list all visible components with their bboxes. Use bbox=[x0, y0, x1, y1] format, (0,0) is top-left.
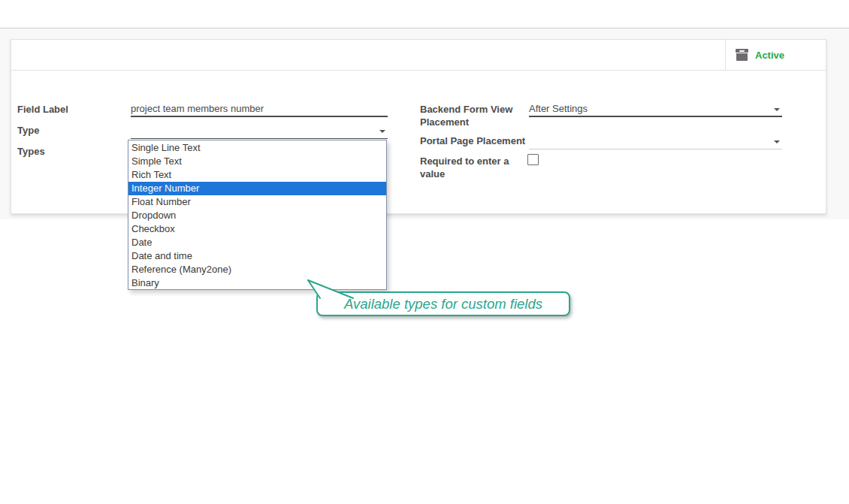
dropdown-option[interactable]: Date bbox=[128, 236, 386, 249]
tooltip-tail-pointer bbox=[302, 279, 356, 300]
backend-placement-select[interactable]: After Settings bbox=[529, 101, 782, 117]
archive-box-icon bbox=[736, 49, 748, 61]
dropdown-option-selected[interactable]: Integer Number bbox=[128, 182, 386, 195]
chevron-down-icon bbox=[774, 108, 780, 111]
chevron-down-icon bbox=[379, 130, 385, 133]
dropdown-option[interactable]: Rich Text bbox=[128, 168, 386, 182]
type-label: Type bbox=[17, 124, 115, 137]
annotation-tooltip-text: Available types for custom fields bbox=[344, 296, 542, 312]
active-status-label: Active bbox=[755, 50, 784, 61]
form-card-header: Active bbox=[11, 40, 826, 71]
field-label-value: project team members number bbox=[131, 103, 264, 114]
field-label-label: Field Label bbox=[17, 103, 115, 116]
portal-placement-select[interactable] bbox=[529, 134, 782, 149]
types-label: Types bbox=[17, 145, 115, 158]
dropdown-option[interactable]: Reference (Many2one) bbox=[128, 263, 386, 276]
dropdown-option[interactable]: Single Line Text bbox=[128, 141, 386, 155]
field-label-input[interactable]: project team members number bbox=[131, 101, 388, 117]
type-select[interactable] bbox=[131, 123, 388, 139]
dropdown-option[interactable]: Dropdown bbox=[128, 209, 386, 222]
active-toggle-button[interactable]: Active bbox=[725, 40, 826, 70]
dropdown-option[interactable]: Date and time bbox=[128, 249, 386, 263]
portal-placement-label: Portal Page Placement bbox=[420, 134, 540, 147]
required-checkbox[interactable] bbox=[527, 154, 539, 165]
dropdown-option[interactable]: Float Number bbox=[128, 195, 386, 209]
type-options-dropdown: Single Line Text Simple Text Rich Text I… bbox=[128, 140, 387, 290]
dropdown-option[interactable]: Simple Text bbox=[128, 155, 386, 168]
chevron-down-icon bbox=[774, 140, 780, 143]
backend-placement-value: After Settings bbox=[529, 103, 588, 114]
backend-placement-label: Backend Form View Placement bbox=[420, 103, 531, 128]
required-label: Required to enter a value bbox=[420, 155, 525, 180]
dropdown-option[interactable]: Checkbox bbox=[128, 222, 386, 236]
top-bar bbox=[0, 0, 849, 29]
